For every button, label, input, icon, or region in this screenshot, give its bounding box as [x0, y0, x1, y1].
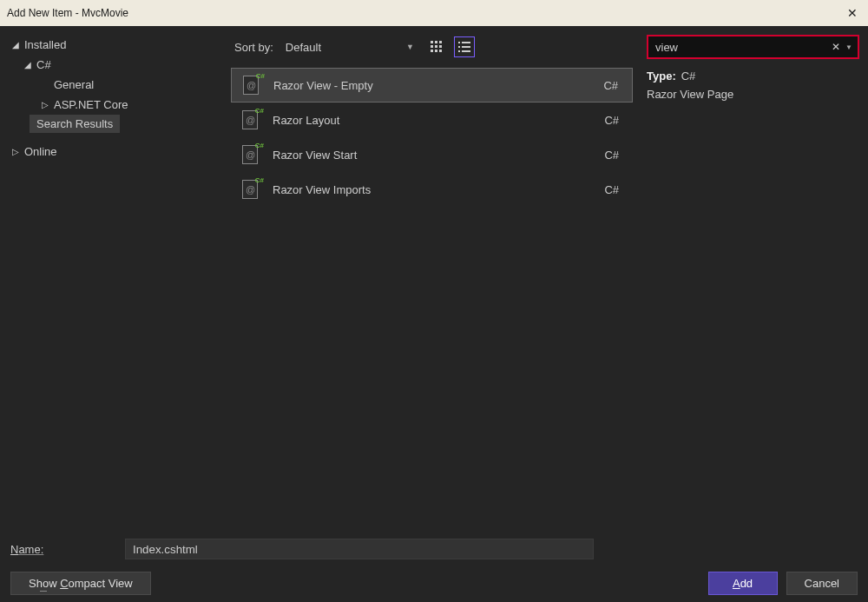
filename-input[interactable]	[125, 539, 594, 559]
template-lang: C#	[604, 149, 619, 162]
template-name: Razor Layout	[273, 114, 594, 127]
template-item[interactable]: @ C# Razor View Start C#	[231, 137, 633, 172]
template-name: Razor View - Empty	[273, 79, 593, 92]
main-area: ◢ Installed ◢ C# General ▷ ASP.NET Core …	[0, 26, 868, 530]
tree-label: ASP.NET Core	[54, 98, 128, 111]
tree-installed[interactable]: ◢ Installed	[7, 35, 219, 55]
template-item[interactable]: @ C# Razor View - Empty C#	[231, 68, 633, 103]
close-icon[interactable]: ✕	[844, 4, 861, 22]
razor-file-icon: @ C#	[240, 143, 262, 166]
template-item[interactable]: @ C# Razor View Imports C#	[231, 172, 633, 207]
titlebar: Add New Item - MvcMovie ✕	[0, 0, 868, 26]
clear-search-icon[interactable]: ✕	[828, 41, 844, 53]
template-lang: C#	[604, 114, 619, 127]
svg-rect-0	[431, 41, 433, 43]
type-label: Type:	[647, 69, 676, 83]
razor-file-icon: @ C#	[240, 178, 262, 201]
footer: Name: Show Compact View Add Cancel	[0, 530, 868, 602]
search-dropdown-icon[interactable]: ▼	[844, 43, 854, 51]
name-row: Name:	[10, 539, 858, 559]
sort-label: Sort by:	[234, 41, 273, 54]
button-row: Show Compact View Add Cancel	[10, 572, 858, 595]
svg-rect-6	[431, 50, 433, 52]
name-label: Name:	[10, 543, 115, 556]
sort-value: Default	[286, 41, 321, 54]
tree-label: General	[54, 78, 94, 91]
template-list: @ C# Razor View - Empty C# @ C# Razor La…	[231, 68, 633, 521]
tree-label: Online	[24, 145, 57, 158]
svg-rect-13	[458, 50, 460, 52]
svg-rect-9	[458, 42, 460, 43]
center-panel: Sort by: Default ▼ @ C# Razor View - Emp…	[226, 26, 638, 530]
sort-dropdown[interactable]: Default ▼	[280, 37, 419, 57]
category-sidebar: ◢ Installed ◢ C# General ▷ ASP.NET Core …	[0, 26, 226, 530]
compact-view-button[interactable]: Show Compact View	[10, 572, 151, 595]
collapse-icon: ◢	[24, 60, 36, 69]
template-name: Razor View Imports	[273, 183, 594, 196]
svg-rect-10	[462, 42, 470, 43]
collapse-icon: ◢	[12, 40, 24, 50]
template-description: Razor View Page	[647, 88, 859, 101]
expand-icon: ▷	[12, 147, 24, 156]
svg-rect-14	[462, 50, 470, 52]
search-input[interactable]	[655, 41, 828, 54]
search-box[interactable]: ✕ ▼	[647, 35, 859, 59]
tree-aspnet[interactable]: ▷ ASP.NET Core	[7, 95, 219, 115]
template-item[interactable]: @ C# Razor Layout C#	[231, 103, 633, 137]
svg-rect-8	[439, 50, 442, 52]
svg-rect-7	[435, 50, 437, 52]
svg-rect-5	[439, 45, 442, 48]
cancel-button[interactable]: Cancel	[786, 572, 858, 595]
svg-rect-3	[431, 45, 433, 48]
toolbar: Sort by: Default ▼	[231, 35, 633, 59]
tree-csharp[interactable]: ◢ C#	[7, 55, 219, 75]
detail-type: Type: C#	[647, 69, 859, 83]
type-value: C#	[681, 69, 696, 83]
grid-view-button[interactable]	[426, 36, 447, 57]
chevron-down-icon: ▼	[406, 43, 414, 51]
template-lang: C#	[604, 183, 619, 196]
details-panel: ✕ ▼ Type: C# Razor View Page	[638, 26, 868, 530]
tree-label: Installed	[24, 38, 66, 51]
razor-file-icon: @ C#	[240, 109, 262, 131]
template-lang: C#	[603, 79, 618, 92]
template-name: Razor View Start	[273, 149, 594, 162]
svg-rect-12	[462, 46, 470, 48]
add-button[interactable]: Add	[708, 572, 778, 595]
svg-rect-2	[439, 41, 442, 43]
razor-file-icon: @ C#	[240, 74, 263, 96]
window-title: Add New Item - MvcMovie	[7, 7, 844, 19]
svg-rect-1	[435, 41, 437, 43]
svg-rect-11	[458, 46, 460, 48]
tree-online[interactable]: ▷ Online	[7, 142, 219, 162]
svg-rect-4	[435, 45, 437, 48]
expand-icon: ▷	[42, 100, 54, 109]
list-view-button[interactable]	[454, 36, 475, 57]
tree-search-results[interactable]: Search Results	[30, 115, 120, 133]
tree-label: C#	[36, 58, 51, 71]
tree-general[interactable]: General	[7, 75, 219, 95]
